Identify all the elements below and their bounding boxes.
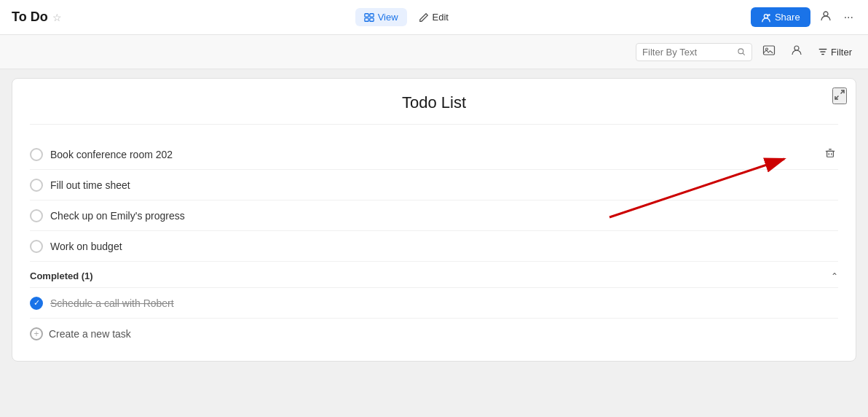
svg-rect-25: [827, 182, 834, 187]
user-icon: [790, 44, 803, 57]
header-center: View Edit: [355, 8, 457, 26]
edit-button[interactable]: Edit: [410, 8, 457, 26]
toolbar-user-button[interactable]: [786, 41, 808, 63]
share-icon: [761, 12, 771, 23]
svg-rect-31: [827, 243, 834, 249]
header-right: Share ···: [751, 7, 856, 28]
svg-rect-1: [370, 13, 374, 16]
task-checkbox-4[interactable]: [30, 240, 43, 253]
svg-point-4: [764, 14, 768, 17]
svg-rect-34: [827, 300, 834, 305]
svg-rect-20: [827, 151, 834, 157]
main-content: Todo List Book conference room 202: [0, 69, 868, 417]
task-item: Work on budget: [30, 231, 838, 262]
task-checkbox-3[interactable]: [30, 209, 43, 222]
expand-icon: [834, 89, 845, 101]
page-title: To Do: [12, 9, 48, 25]
task-label-2: Fill out time sheet: [50, 179, 815, 191]
view-button[interactable]: View: [355, 8, 407, 26]
svg-rect-28: [827, 212, 834, 218]
delete-icon: [825, 297, 835, 307]
toolbar-image-button[interactable]: [758, 41, 780, 63]
svg-point-12: [794, 46, 799, 50]
filter-text-container: [636, 43, 752, 61]
svg-rect-3: [370, 17, 374, 20]
delete-icon: [825, 148, 835, 158]
task-checkbox-1[interactable]: [30, 148, 43, 161]
share-button[interactable]: Share: [751, 7, 810, 27]
search-icon: [737, 47, 746, 57]
task-label-3: Check up on Emily's progress: [50, 210, 815, 222]
delete-icon: [825, 179, 835, 189]
create-task-row[interactable]: + Create a new task: [30, 319, 838, 343]
todo-card-title: Todo List: [30, 93, 838, 125]
image-icon: [762, 44, 776, 57]
share-label: Share: [775, 12, 800, 23]
task-item: Fill out time sheet: [30, 170, 838, 200]
view-icon: [364, 12, 374, 23]
svg-rect-10: [764, 46, 775, 55]
user-settings-button[interactable]: [816, 7, 835, 28]
task-list: Book conference room 202 Fill out time s…: [30, 139, 838, 262]
completed-label: Completed (1): [30, 270, 93, 281]
star-icon[interactable]: ☆: [52, 12, 62, 23]
header: To Do ☆ View Edit: [0, 0, 868, 35]
svg-rect-2: [365, 17, 368, 20]
delete-task-button-1[interactable]: [822, 147, 838, 162]
svg-rect-0: [365, 13, 368, 16]
view-label: View: [378, 12, 398, 23]
create-task-label: Create a new task: [49, 328, 131, 340]
filter-label: Filter: [831, 47, 852, 58]
svg-line-9: [743, 53, 745, 55]
expand-button[interactable]: [832, 87, 847, 104]
completed-section-header: Completed (1) ⌃: [30, 262, 838, 288]
svg-point-11: [766, 48, 768, 50]
task-label-5: Schedule a call with Robert: [50, 297, 815, 309]
task-label-4: Work on budget: [50, 241, 815, 252]
task-label-1: Book conference room 202: [50, 149, 815, 160]
todo-card: Todo List Book conference room 202: [12, 78, 856, 362]
task-item: Book conference room 202: [30, 139, 838, 170]
delete-icon: [825, 209, 835, 219]
more-options-label: ···: [844, 11, 853, 23]
edit-icon: [419, 12, 429, 23]
collapse-icon[interactable]: ⌃: [831, 271, 838, 281]
filter-icon: [818, 47, 828, 57]
svg-point-8: [738, 49, 743, 54]
filter-button[interactable]: Filter: [813, 44, 856, 61]
header-left: To Do ☆: [12, 9, 62, 25]
filter-text-input[interactable]: [642, 47, 733, 58]
delete-icon: [825, 240, 835, 250]
task-checkbox-5[interactable]: [30, 297, 43, 310]
user-settings-icon: [819, 9, 832, 23]
completed-task-item: Schedule a call with Robert: [30, 288, 838, 319]
completed-task-list: Schedule a call with Robert: [30, 288, 838, 319]
svg-point-7: [824, 12, 828, 16]
plus-circle-icon: +: [30, 327, 43, 340]
svg-point-5: [768, 14, 770, 16]
edit-label: Edit: [433, 12, 449, 23]
more-options-button[interactable]: ···: [841, 8, 856, 27]
task-checkbox-2[interactable]: [30, 179, 43, 192]
toolbar: Filter: [0, 35, 868, 69]
task-item: Check up on Emily's progress: [30, 200, 838, 231]
